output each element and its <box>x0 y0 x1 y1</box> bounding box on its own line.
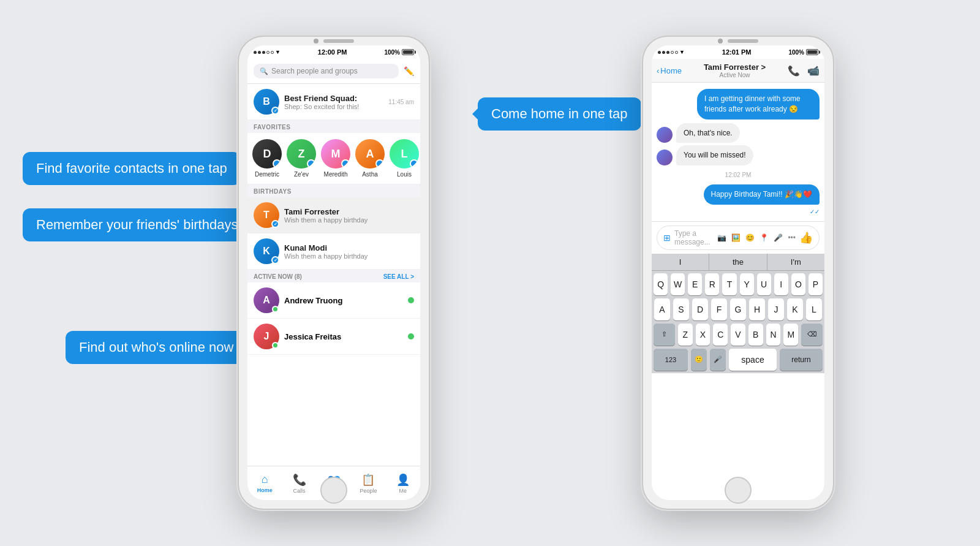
chat-name-squad: Best Friend Squad: <box>284 94 383 103</box>
phone-home-button-right[interactable] <box>725 477 752 504</box>
header-center: Tami Forrester > Active Now <box>684 63 785 78</box>
key-row-3: ⇧ Z X C V B N M ⌫ <box>654 324 823 346</box>
key-h[interactable]: H <box>749 298 765 320</box>
key-b[interactable]: B <box>748 324 763 346</box>
birthday-name-kunal: Kunal Modi <box>284 243 414 252</box>
chat-time-squad: 11:45 am <box>388 99 414 105</box>
back-button[interactable]: ‹ Home <box>657 66 682 75</box>
birthday-item-tami[interactable]: T ✓ Tami Forrester Wish them a happy bir… <box>247 197 420 233</box>
search-input[interactable]: 🔍 Search people and groups <box>254 64 399 78</box>
key-x[interactable]: X <box>696 324 710 346</box>
apps-icon[interactable]: ⊞ <box>663 233 671 243</box>
key-123[interactable]: 123 <box>654 349 688 371</box>
key-y[interactable]: Y <box>740 273 754 295</box>
birthday-avatar-tami: T ✓ <box>254 202 279 228</box>
message-input-row[interactable]: ⊞ Type a message... 📷 🖼️ 😊 📍 🎤 ••• 👍 <box>657 226 820 250</box>
like-icon[interactable]: 👍 <box>799 231 813 245</box>
key-n[interactable]: N <box>766 324 781 346</box>
key-v[interactable]: V <box>731 324 745 346</box>
fav-item-demetric[interactable]: D Demetric <box>252 139 282 178</box>
key-emoji[interactable]: 🙂 <box>691 349 707 371</box>
active-item-andrew[interactable]: A Andrew Truong <box>247 282 420 319</box>
fav-item-zeev[interactable]: Z Ze'ev <box>287 139 316 178</box>
key-r[interactable]: R <box>705 273 719 295</box>
signal-dot-2 <box>258 51 261 54</box>
key-return[interactable]: return <box>780 349 823 371</box>
pred-word-im[interactable]: I'm <box>767 254 824 270</box>
key-d[interactable]: D <box>692 298 708 320</box>
tab-people-label: People <box>360 488 377 494</box>
key-c[interactable]: C <box>713 324 728 346</box>
camera-icon[interactable]: 📷 <box>717 233 726 242</box>
active-name-jessica: Jessica Freitas <box>284 332 403 341</box>
key-j[interactable]: J <box>768 298 784 320</box>
birthday-info-kunal: Kunal Modi Wish them a happy birthday <box>284 243 414 260</box>
key-mic[interactable]: 🎤 <box>710 349 726 371</box>
video-icon[interactable]: 📹 <box>807 65 820 77</box>
call-icon[interactable]: 📞 <box>788 65 800 77</box>
chat-item-squad[interactable]: B ✓ Best Friend Squad: Shep: So excited … <box>247 84 420 120</box>
pred-word-the[interactable]: the <box>709 254 767 270</box>
birthday-badge-kunal: ✓ <box>271 256 279 264</box>
tab-home-icon: ⌂ <box>262 473 268 486</box>
key-l[interactable]: L <box>806 298 822 320</box>
birthday-item-kunal[interactable]: K ✓ Kunal Modi Wish them a happy birthda… <box>247 233 420 270</box>
active-item-jessica[interactable]: J Jessica Freitas <box>247 319 420 355</box>
birthday-badge-tami: ✓ <box>271 220 279 228</box>
key-i[interactable]: I <box>774 273 788 295</box>
tab-people[interactable]: 📋 People <box>351 473 385 494</box>
key-row-2: A S D F G H J K L <box>654 298 823 320</box>
see-all-link[interactable]: SEE ALL > <box>383 273 414 280</box>
key-u[interactable]: U <box>757 273 771 295</box>
signal-dot-1 <box>254 51 257 54</box>
search-icon: 🔍 <box>260 67 268 75</box>
fav-avatar-meredith: M <box>321 139 350 169</box>
msg-avatar-incoming-2 <box>657 150 673 165</box>
message-input-area[interactable]: ⊞ Type a message... 📷 🖼️ 😊 📍 🎤 ••• 👍 <box>652 221 824 254</box>
key-g[interactable]: G <box>730 298 746 320</box>
phone-home-button-left[interactable] <box>320 477 347 504</box>
compose-icon[interactable]: ✏️ <box>404 66 414 76</box>
mic-icon[interactable]: 🎤 <box>774 233 783 242</box>
key-space[interactable]: space <box>729 349 777 371</box>
signal-dot-r1 <box>658 51 661 54</box>
tab-home-label: Home <box>257 487 273 493</box>
fav-item-astha[interactable]: A Astha <box>355 139 385 178</box>
key-t[interactable]: T <box>722 273 736 295</box>
predictive-text-bar: I the I'm <box>652 254 824 271</box>
tab-me[interactable]: 👤 Me <box>386 473 420 494</box>
key-e[interactable]: E <box>688 273 702 295</box>
key-k[interactable]: K <box>787 298 803 320</box>
key-delete[interactable]: ⌫ <box>801 324 823 346</box>
key-z[interactable]: Z <box>678 324 693 346</box>
fav-item-louis[interactable]: L Louis <box>390 139 419 178</box>
search-bar[interactable]: 🔍 Search people and groups ✏️ <box>247 59 420 84</box>
image-icon[interactable]: 🖼️ <box>731 233 741 242</box>
header-contact-name[interactable]: Tami Forrester > <box>684 63 785 72</box>
tab-calls[interactable]: 📞 Calls <box>282 473 316 494</box>
key-f[interactable]: F <box>711 298 727 320</box>
chat-avatar-squad: B ✓ <box>254 89 279 115</box>
location-icon[interactable]: 📍 <box>760 233 769 242</box>
more-icon[interactable]: ••• <box>788 233 796 242</box>
key-s[interactable]: S <box>673 298 689 320</box>
message-icons: 📷 🖼️ 😊 📍 🎤 ••• <box>717 233 796 242</box>
key-w[interactable]: W <box>671 273 685 295</box>
message-placeholder[interactable]: Type a message... <box>674 229 714 246</box>
wifi-icon-right: ▼ <box>679 49 685 55</box>
tab-home[interactable]: ⌂ Home <box>247 473 282 493</box>
fav-badge-zeev <box>307 159 315 168</box>
phone-camera-right <box>718 39 723 44</box>
emoji-icon[interactable]: 😊 <box>745 233 755 242</box>
key-o[interactable]: O <box>791 273 805 295</box>
key-q[interactable]: Q <box>654 273 668 295</box>
status-battery-right: 100% <box>788 49 818 56</box>
pred-word-i[interactable]: I <box>652 254 709 270</box>
key-p[interactable]: P <box>809 273 823 295</box>
fav-item-meredith[interactable]: M Meredith <box>321 139 350 178</box>
signal-dot-r4 <box>671 51 674 54</box>
key-a[interactable]: A <box>654 298 670 320</box>
msg-bubble-incoming-1: Oh, that's nice. <box>676 123 740 143</box>
key-shift[interactable]: ⇧ <box>654 324 675 346</box>
key-m[interactable]: M <box>783 324 798 346</box>
